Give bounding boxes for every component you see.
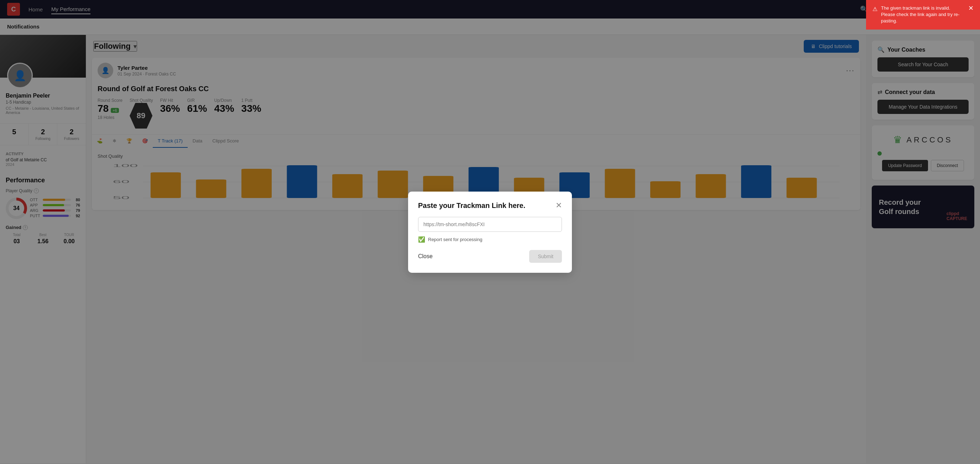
modal-submit-button[interactable]: Submit — [529, 250, 562, 263]
modal-overlay: Paste your Trackman Link here. ✕ ✅ Repor… — [0, 0, 980, 463]
success-text: Report sent for processing — [428, 237, 482, 242]
warning-icon: ⚠ — [872, 5, 877, 13]
modal-close-x-button[interactable]: ✕ — [555, 202, 562, 210]
success-check-icon: ✅ — [418, 236, 425, 243]
trackman-modal: Paste your Trackman Link here. ✕ ✅ Repor… — [408, 192, 572, 273]
modal-title: Paste your Trackman Link here. — [418, 202, 525, 210]
modal-footer: Close Submit — [418, 250, 562, 263]
modal-success-message: ✅ Report sent for processing — [418, 236, 562, 243]
toast-close-button[interactable]: ✕ — [968, 5, 974, 11]
modal-close-button[interactable]: Close — [418, 253, 433, 260]
modal-header: Paste your Trackman Link here. ✕ — [418, 202, 562, 210]
error-toast: ⚠ The given trackman link is invalid. Pl… — [866, 0, 980, 30]
trackman-link-input[interactable] — [418, 217, 562, 232]
toast-message: The given trackman link is invalid. Plea… — [881, 5, 965, 25]
